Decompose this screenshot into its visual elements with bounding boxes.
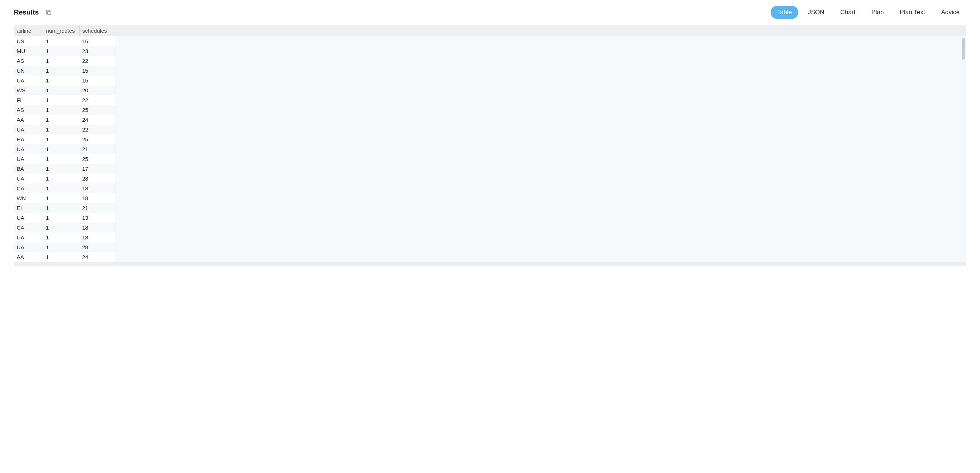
cell-airline: FL [14,95,43,105]
table-header-row: airlinenum_routesschedules [14,25,116,37]
footer-bar [14,262,966,266]
tab-plan[interactable]: Plan [865,6,890,19]
tab-plan-text[interactable]: Plan Text [893,6,932,19]
table-row: AS122 [14,56,116,66]
cell-num_routes: 1 [43,105,79,115]
tab-table[interactable]: Table [771,6,799,19]
cell-schedules: 15 [79,76,116,86]
cell-schedules: 22 [79,125,116,135]
cell-airline: AA [14,115,43,125]
cell-num_routes: 1 [43,213,79,223]
results-table: US116MU123AS122UN115UA115WS120FL122AS125… [14,37,116,262]
cell-num_routes: 1 [43,223,79,232]
table-row: EI121 [14,203,116,213]
cell-num_routes: 1 [43,95,79,105]
table-row: AS125 [14,105,116,115]
results-header: Results TableJSONChartPlanPlan TextAdvic… [0,0,980,25]
cell-num_routes: 1 [43,135,79,144]
table-row: AA124 [14,115,116,125]
cell-airline: WN [14,193,43,203]
cell-airline: BA [14,164,43,174]
cell-airline: UN [14,66,43,76]
cell-num_routes: 1 [43,164,79,174]
tab-advice[interactable]: Advice [935,6,966,19]
cell-num_routes: 1 [43,184,79,193]
header-left: Results [14,8,52,16]
cell-airline: UA [14,232,43,242]
column-header-schedules[interactable]: schedules [79,25,116,37]
table-row: UA128 [14,174,116,184]
cell-num_routes: 1 [43,154,79,164]
cell-num_routes: 1 [43,66,79,76]
cell-num_routes: 1 [43,115,79,125]
cell-schedules: 25 [79,154,116,164]
cell-schedules: 21 [79,203,116,213]
cell-airline: UA [14,154,43,164]
cell-schedules: 13 [79,213,116,223]
cell-schedules: 20 [79,86,116,95]
cell-schedules: 22 [79,95,116,105]
table-row: AA124 [14,252,116,262]
cell-schedules: 15 [79,66,116,76]
cell-airline: UA [14,242,43,252]
cell-airline: EI [14,203,43,213]
cell-num_routes: 1 [43,37,79,46]
table-row: UA121 [14,144,116,154]
table-row: UA125 [14,154,116,164]
cell-num_routes: 1 [43,144,79,154]
cell-schedules: 17 [79,164,116,174]
cell-num_routes: 1 [43,193,79,203]
cell-airline: CA [14,223,43,232]
table-row: FL122 [14,95,116,105]
svg-rect-0 [48,11,51,14]
cell-schedules: 18 [79,193,116,203]
table-row: MU123 [14,46,116,56]
cell-num_routes: 1 [43,86,79,95]
cell-airline: CA [14,184,43,193]
table-container: US116MU123AS122UN115UA115WS120FL122AS125… [14,37,116,262]
cell-num_routes: 1 [43,232,79,242]
table-row: UA118 [14,232,116,242]
cell-schedules: 25 [79,105,116,115]
cell-num_routes: 1 [43,125,79,135]
cell-schedules: 24 [79,115,116,125]
copy-icon[interactable] [45,9,52,16]
cell-airline: UA [14,76,43,86]
column-header-num_routes[interactable]: num_routes [43,25,79,37]
tab-chart[interactable]: Chart [834,6,862,19]
cell-airline: WS [14,86,43,95]
cell-num_routes: 1 [43,203,79,213]
cell-airline: UA [14,144,43,154]
cell-airline: UA [14,174,43,184]
cell-num_routes: 1 [43,46,79,56]
cell-schedules: 25 [79,135,116,144]
cell-schedules: 28 [79,174,116,184]
cell-schedules: 23 [79,46,116,56]
scrollbar-thumb[interactable] [962,38,965,60]
cell-schedules: 16 [79,37,116,46]
table-row: UA113 [14,213,116,223]
cell-num_routes: 1 [43,252,79,262]
table-row: UA115 [14,76,116,86]
cell-airline: AS [14,56,43,66]
results-table-header: airlinenum_routesschedules [14,25,116,37]
column-header-airline[interactable]: airline [14,25,43,37]
table-row: BA117 [14,164,116,174]
cell-schedules: 18 [79,232,116,242]
table-header-bg: airlinenum_routesschedules [14,25,966,37]
cell-schedules: 18 [79,184,116,193]
cell-airline: MU [14,46,43,56]
cell-airline: UA [14,125,43,135]
table-row: HA125 [14,135,116,144]
cell-airline: UA [14,213,43,223]
view-tabs: TableJSONChartPlanPlan TextAdvice [771,6,966,19]
table-row: CA118 [14,184,116,193]
results-title: Results [14,8,39,16]
table-body: US116MU123AS122UN115UA115WS120FL122AS125… [14,37,116,262]
table-row: UN115 [14,66,116,76]
table-row: WN118 [14,193,116,203]
tab-json[interactable]: JSON [801,6,830,19]
cell-schedules: 22 [79,56,116,66]
cell-schedules: 21 [79,144,116,154]
table-row: CA118 [14,223,116,232]
